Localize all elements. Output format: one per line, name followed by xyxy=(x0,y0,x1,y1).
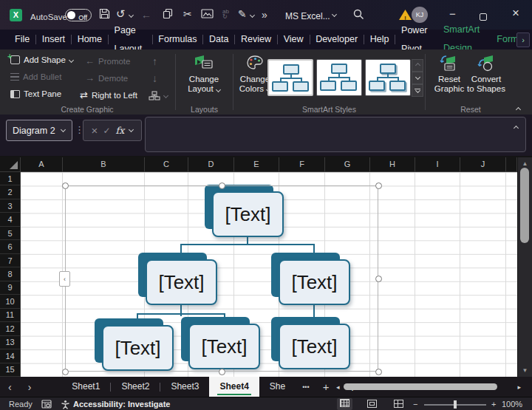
sheet-tab-sheet3[interactable]: Sheet3 xyxy=(160,377,209,397)
cell-area[interactable]: [Text] [Text] [Text] [Text] [Text] [Text… xyxy=(21,172,517,377)
change-layout-button[interactable]: Change Layout xyxy=(183,55,225,94)
convert-to-shapes-button[interactable]: Convert to Shapes xyxy=(466,55,507,94)
paste-picture-icon[interactable] xyxy=(201,9,214,18)
more-commands-icon[interactable]: » xyxy=(262,8,267,21)
scroll-down-icon[interactable]: ▼ xyxy=(518,367,532,374)
accessibility-status[interactable]: Accessibility: Investigate xyxy=(73,399,170,409)
smartart-node[interactable]: [Text] xyxy=(138,253,219,307)
close-button[interactable]: × xyxy=(512,7,519,20)
reset-graphic-button[interactable]: Reset Graphic xyxy=(429,55,470,94)
row-header-7[interactable]: 7 xyxy=(0,254,20,267)
resize-handle-ne[interactable] xyxy=(375,182,382,189)
vertical-scroll-thumb[interactable] xyxy=(520,168,529,243)
title-dropdown-icon[interactable] xyxy=(332,12,337,17)
row-header-8[interactable]: 8 xyxy=(0,267,20,281)
resize-handle-n[interactable] xyxy=(219,182,225,189)
ink-icon[interactable]: ✎ xyxy=(238,7,247,21)
row-header-9[interactable]: 9 xyxy=(0,281,20,295)
column-header-H[interactable]: H xyxy=(370,157,415,172)
row-header-4[interactable]: 4 xyxy=(0,213,20,226)
undo-icon[interactable]: ↺ xyxy=(116,7,126,21)
smartart-style-thumbnail-3[interactable] xyxy=(365,59,411,96)
add-sheet-button[interactable]: + xyxy=(316,380,336,393)
warning-icon[interactable]: ! xyxy=(399,10,412,20)
accessibility-icon[interactable] xyxy=(61,400,70,409)
resize-handle-s[interactable] xyxy=(219,369,225,375)
smartart-node[interactable]: [Text] xyxy=(205,185,285,239)
macro-record-icon[interactable] xyxy=(41,400,52,409)
ribbon-tab-home[interactable]: Home xyxy=(72,30,108,49)
undo-dropdown-icon[interactable] xyxy=(129,13,134,18)
row-header-14[interactable]: 14 xyxy=(0,349,20,363)
column-header-J[interactable]: J xyxy=(460,157,506,172)
resize-handle-sw[interactable] xyxy=(62,369,69,375)
zoom-out-button[interactable]: − xyxy=(413,399,417,409)
prev-sheet-icon[interactable]: ‹ xyxy=(0,381,20,393)
zoom-slider-thumb[interactable] xyxy=(454,400,457,409)
copy-icon[interactable] xyxy=(163,8,173,19)
sheet-tab-sheet2[interactable]: Sheet2 xyxy=(111,377,160,397)
name-box[interactable]: Diagram 2 xyxy=(6,120,72,141)
column-header-G[interactable]: G xyxy=(325,157,370,172)
row-header-5[interactable]: 5 xyxy=(0,227,20,240)
horizontal-scroll-thumb[interactable] xyxy=(344,383,497,390)
styles-more-button[interactable] xyxy=(412,84,423,97)
search-icon[interactable] xyxy=(353,9,364,20)
column-header-B[interactable]: B xyxy=(63,157,145,172)
hscroll-right-icon[interactable]: ▸ xyxy=(515,383,523,391)
next-sheet-icon[interactable]: › xyxy=(20,381,40,393)
vertical-scrollbar[interactable]: ▲ ▼ xyxy=(518,157,532,377)
ribbon-tab-view[interactable]: View xyxy=(278,30,310,49)
row-header-15[interactable]: 15 xyxy=(0,363,20,377)
row-header-11[interactable]: 11 xyxy=(0,309,20,322)
sheet-tab-sheet4[interactable]: Sheet4 xyxy=(209,377,259,397)
insert-function-icon[interactable]: fx xyxy=(116,125,125,136)
column-header-I[interactable]: I xyxy=(415,157,460,172)
hscroll-left-icon[interactable]: ◂ xyxy=(334,383,342,391)
ribbon-tab-help[interactable]: Help xyxy=(364,30,395,49)
fx-dropdown-icon[interactable] xyxy=(129,127,134,132)
styles-scroll-up-button[interactable] xyxy=(412,59,423,72)
column-header-A[interactable]: A xyxy=(21,157,63,172)
page-layout-view-button[interactable] xyxy=(367,400,377,410)
page-break-view-button[interactable] xyxy=(394,400,403,410)
normal-view-button[interactable] xyxy=(337,398,352,410)
column-header-C[interactable]: C xyxy=(145,157,188,172)
sheet-overflow-icon[interactable]: ••• xyxy=(296,383,316,391)
org-layout-button[interactable] xyxy=(149,91,168,100)
row-header-6[interactable]: 6 xyxy=(0,240,20,253)
tab-overflow-button[interactable]: › xyxy=(516,33,530,47)
smartart-style-thumbnail-2[interactable] xyxy=(316,59,362,96)
ribbon-tab-insert[interactable]: Insert xyxy=(36,30,71,49)
smartart-node[interactable]: [Text] xyxy=(271,317,352,371)
formula-input[interactable] xyxy=(145,117,526,152)
resize-handle-nw[interactable] xyxy=(62,182,69,189)
select-all-button[interactable] xyxy=(0,157,21,172)
sheet-tab-partial[interactable]: She xyxy=(259,377,296,397)
resize-handle-se[interactable] xyxy=(375,369,382,375)
smartart-node[interactable]: [Text] xyxy=(271,253,352,307)
horizontal-scrollbar[interactable]: ◂ ▸ xyxy=(334,380,523,393)
smartart-style-thumbnail-1[interactable] xyxy=(267,59,313,96)
row-header-12[interactable]: 12 xyxy=(0,322,20,335)
ribbon-tab-formulas[interactable]: Formulas xyxy=(152,30,202,49)
cut-icon[interactable]: ✂ xyxy=(183,7,192,21)
resize-handle-e[interactable] xyxy=(375,276,382,282)
row-header-10[interactable]: 10 xyxy=(0,295,20,308)
smartart-text-pane-toggle[interactable]: ‹ xyxy=(59,271,70,287)
autosave-toggle[interactable]: Off xyxy=(65,9,92,21)
cancel-icon[interactable]: × xyxy=(92,124,98,137)
add-shape-button[interactable]: + Add Shape xyxy=(10,55,73,64)
ink-dropdown-icon[interactable] xyxy=(250,13,255,18)
ribbon-tab-data[interactable]: Data xyxy=(203,30,234,49)
smartart-node[interactable]: [Text] xyxy=(181,317,262,371)
sheet-tab-sheet1[interactable]: Sheet1 xyxy=(61,377,110,397)
ribbon-tab-developer[interactable]: Developer xyxy=(310,30,364,49)
smartart-node[interactable]: [Text] xyxy=(95,318,175,372)
ribbon-tab-file[interactable]: File xyxy=(9,30,35,49)
zoom-in-button[interactable]: + xyxy=(491,399,496,409)
right-to-left-button[interactable]: ⇄ Right to Left xyxy=(80,89,137,100)
styles-scroll-down-button[interactable] xyxy=(412,72,423,84)
row-header-1[interactable]: 1 xyxy=(0,172,20,185)
text-pane-button[interactable]: Text Pane xyxy=(10,89,61,98)
